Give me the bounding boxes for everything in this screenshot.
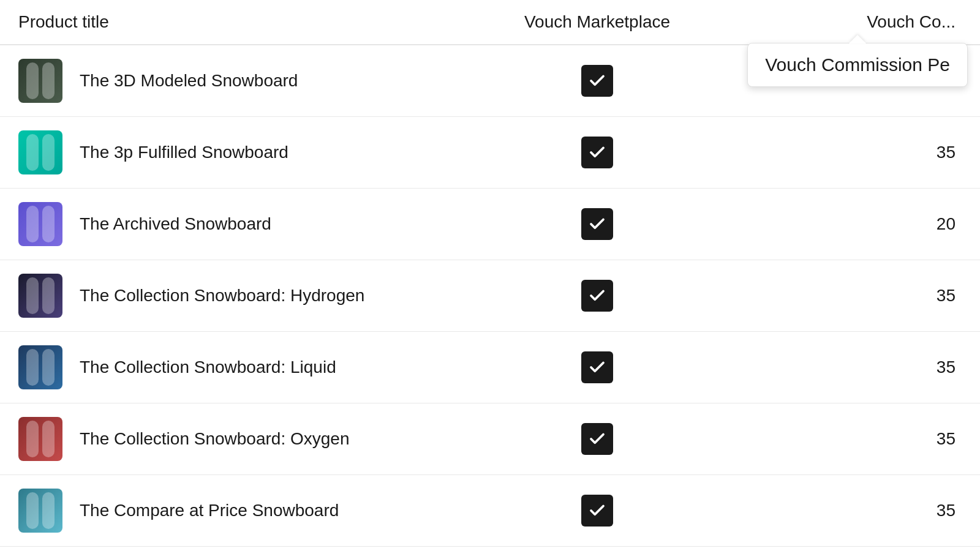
products-table-container: Product title Vouch Marketplace Vouch Co… — [0, 0, 980, 551]
vouch-commission-tooltip-container: Vouch Co... Vouch Commission Pe — [867, 12, 956, 32]
commission-cell-2: 35 — [704, 117, 980, 189]
table-header-row: Product title Vouch Marketplace Vouch Co… — [0, 0, 980, 45]
vouch-marketplace-cell-4[interactable] — [490, 260, 704, 332]
table-row: The Collection Snowboard: Liquid 35 — [0, 332, 980, 403]
commission-cell-7: 35 — [704, 475, 980, 547]
product-cell-6: The Collection Snowboard: Oxygen — [0, 403, 490, 475]
col-header-vouch-marketplace: Vouch Marketplace — [490, 0, 704, 45]
product-thumbnail — [18, 130, 62, 174]
vouch-marketplace-cell-8[interactable] — [490, 547, 704, 552]
commission-cell-4: 35 — [704, 260, 980, 332]
vouch-marketplace-cell-2[interactable] — [490, 117, 704, 189]
checkmark-icon — [588, 143, 606, 162]
board-icon — [24, 62, 56, 99]
product-thumbnail — [18, 59, 62, 103]
product-name: The Collection Snowboard: Liquid — [80, 358, 336, 377]
vouch-marketplace-cell-3[interactable] — [490, 189, 704, 260]
checkbox-checked[interactable] — [581, 137, 613, 168]
product-cell-1: The 3D Modeled Snowboard — [0, 45, 490, 117]
product-thumbnail — [18, 202, 62, 246]
product-thumbnail — [18, 274, 62, 318]
product-info: The Collection Snowboard: Hydrogen — [18, 274, 472, 318]
checkmark-icon — [588, 501, 606, 520]
checkmark-icon — [588, 215, 606, 233]
product-cell-3: The Archived Snowboard — [0, 189, 490, 260]
vouch-marketplace-cell-7[interactable] — [490, 475, 704, 547]
product-cell-8: The Complete Snowboard — [0, 547, 490, 552]
table-row: The Collection Snowboard: Hydrogen 35 — [0, 260, 980, 332]
product-info: The 3p Fulfilled Snowboard — [18, 130, 472, 174]
product-name: The Collection Snowboard: Hydrogen — [80, 286, 364, 305]
board-icon — [24, 349, 56, 386]
checkmark-icon — [588, 430, 606, 448]
vouch-marketplace-cell-6[interactable] — [490, 403, 704, 475]
product-cell-7: The Compare at Price Snowboard — [0, 475, 490, 547]
checkbox-checked[interactable] — [581, 280, 613, 312]
tooltip-arrow — [849, 35, 866, 43]
checkmark-icon — [588, 72, 606, 90]
board-icon — [24, 492, 56, 529]
product-cell-5: The Collection Snowboard: Liquid — [0, 332, 490, 403]
board-icon — [24, 421, 56, 457]
vouch-marketplace-cell-5[interactable] — [490, 332, 704, 403]
product-thumbnail — [18, 417, 62, 461]
vouch-marketplace-cell-1[interactable] — [490, 45, 704, 117]
commission-cell-6: 35 — [704, 403, 980, 475]
table-row: The 3p Fulfilled Snowboard 35 — [0, 117, 980, 189]
checkmark-icon — [588, 358, 606, 377]
product-name: The Archived Snowboard — [80, 214, 271, 234]
products-table: Product title Vouch Marketplace Vouch Co… — [0, 0, 980, 551]
table-row: The Complete Snowboard 36 — [0, 547, 980, 552]
commission-cell-3: 20 — [704, 189, 980, 260]
checkmark-icon — [588, 287, 606, 305]
product-name: The 3D Modeled Snowboard — [80, 71, 298, 91]
product-info: The Collection Snowboard: Oxygen — [18, 417, 472, 461]
table-row: The Archived Snowboard 20 — [0, 189, 980, 260]
product-info: The 3D Modeled Snowboard — [18, 59, 472, 103]
product-info: The Compare at Price Snowboard — [18, 489, 472, 533]
col-header-product-title: Product title — [0, 0, 490, 45]
product-name: The 3p Fulfilled Snowboard — [80, 143, 288, 162]
board-icon — [24, 277, 56, 314]
commission-cell-8: 36 — [704, 547, 980, 552]
checkbox-checked[interactable] — [581, 65, 613, 97]
table-row: The Compare at Price Snowboard 35 — [0, 475, 980, 547]
product-info: The Archived Snowboard — [18, 202, 472, 246]
product-info: The Collection Snowboard: Liquid — [18, 345, 472, 389]
product-cell-4: The Collection Snowboard: Hydrogen — [0, 260, 490, 332]
commission-cell-5: 35 — [704, 332, 980, 403]
product-cell-2: The 3p Fulfilled Snowboard — [0, 117, 490, 189]
col-header-vouch-commission: Vouch Co... Vouch Commission Pe — [704, 0, 980, 45]
checkbox-checked[interactable] — [581, 423, 613, 455]
checkbox-checked[interactable] — [581, 495, 613, 527]
product-thumbnail — [18, 489, 62, 533]
product-thumbnail — [18, 345, 62, 389]
vouch-commission-tooltip: Vouch Commission Pe — [747, 43, 968, 87]
product-name: The Collection Snowboard: Oxygen — [80, 429, 349, 449]
checkbox-checked[interactable] — [581, 208, 613, 240]
board-icon — [24, 134, 56, 171]
product-name: The Compare at Price Snowboard — [80, 501, 339, 520]
checkbox-checked[interactable] — [581, 351, 613, 383]
board-icon — [24, 206, 56, 242]
table-row: The Collection Snowboard: Oxygen 35 — [0, 403, 980, 475]
